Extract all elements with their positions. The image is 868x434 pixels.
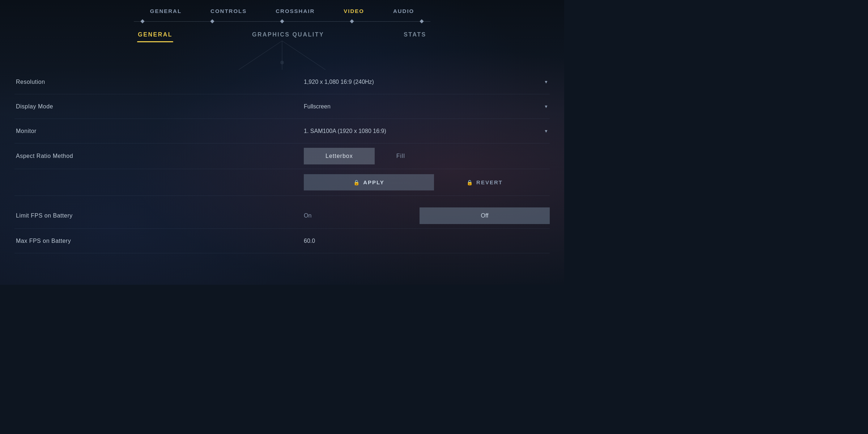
display-mode-label: Display Mode [14, 103, 304, 110]
revert-button[interactable]: 🔒 REVERT [441, 174, 528, 190]
sub-tab-stats[interactable]: STATS [404, 31, 426, 41]
diamond-video [350, 19, 354, 23]
nav-item-video[interactable]: VIDEO [344, 7, 364, 16]
monitor-label: Monitor [14, 128, 304, 134]
aspect-ratio-row: Aspect Ratio Method Letterbox Fill [14, 143, 550, 169]
deco-lines [0, 41, 564, 70]
fps-toggle-controls: Off [420, 207, 550, 224]
sub-tabs: GENERAL GRAPHICS QUALITY STATS [0, 31, 564, 41]
svg-line-2 [282, 41, 326, 70]
limit-fps-label: Limit FPS on Battery [14, 212, 304, 219]
max-fps-control: 60.0 [304, 238, 550, 244]
limit-fps-off-button[interactable]: Off [420, 207, 550, 224]
nav-item-crosshair[interactable]: CROSSHAIR [276, 7, 315, 16]
limit-fps-on-value: On [304, 212, 420, 219]
settings-area: Resolution 1,920 x 1,080 16:9 (240Hz) ▼ … [0, 70, 564, 253]
aspect-letterbox-button[interactable]: Letterbox [304, 148, 375, 164]
nav-line-decoration [0, 16, 564, 26]
top-nav: GENERAL CONTROLS CROSSHAIR VIDEO AUDIO [0, 0, 564, 16]
monitor-row: Monitor 1. SAM100A (1920 x 1080 16:9) ▼ [14, 119, 550, 143]
monitor-value: 1. SAM100A (1920 x 1080 16:9) [304, 128, 540, 134]
aspect-ratio-label: Aspect Ratio Method [14, 153, 304, 159]
sub-tab-graphics[interactable]: GRAPHICS QUALITY [252, 31, 324, 41]
aspect-ratio-control: Letterbox Fill [304, 148, 550, 164]
apply-lock-icon: 🔒 [353, 180, 360, 185]
apply-label: APPLY [363, 179, 384, 185]
limit-fps-control: On Off [304, 207, 550, 224]
max-fps-value: 60.0 [304, 238, 550, 244]
diamond-audio [420, 19, 424, 23]
display-mode-value: Fullscreen [304, 103, 540, 110]
nav-item-audio[interactable]: AUDIO [393, 7, 414, 16]
apply-button[interactable]: 🔒 APPLY [304, 174, 434, 190]
nav-item-general[interactable]: GENERAL [150, 7, 182, 16]
diamond-controls [210, 19, 214, 23]
resolution-control[interactable]: 1,920 x 1,080 16:9 (240Hz) ▼ [304, 78, 550, 86]
nav-item-controls[interactable]: CONTROLS [210, 7, 247, 16]
revert-label: REVERT [476, 179, 503, 185]
limit-fps-row: Limit FPS on Battery On Off [14, 203, 550, 229]
svg-point-4 [282, 62, 283, 63]
revert-lock-icon: 🔒 [467, 180, 473, 185]
monitor-control[interactable]: 1. SAM100A (1920 x 1080 16:9) ▼ [304, 128, 550, 135]
max-fps-row: Max FPS on Battery 60.0 [14, 229, 550, 253]
diamond-general [140, 19, 144, 23]
resolution-label: Resolution [14, 79, 304, 85]
max-fps-label: Max FPS on Battery [14, 238, 304, 244]
resolution-value: 1,920 x 1,080 16:9 (240Hz) [304, 79, 540, 85]
display-mode-control[interactable]: Fullscreen ▼ [304, 103, 550, 110]
display-mode-row: Display Mode Fullscreen ▼ [14, 94, 550, 119]
display-mode-dropdown-arrow[interactable]: ▼ [542, 103, 550, 110]
aspect-fill-button[interactable]: Fill [375, 148, 427, 164]
svg-line-0 [239, 41, 282, 70]
diamond-crosshair [280, 19, 284, 23]
sub-tab-general[interactable]: GENERAL [138, 31, 173, 41]
monitor-dropdown-arrow[interactable]: ▼ [542, 128, 550, 135]
action-row: 🔒 APPLY 🔒 REVERT [14, 169, 550, 196]
resolution-dropdown-arrow[interactable]: ▼ [542, 78, 550, 86]
resolution-row: Resolution 1,920 x 1,080 16:9 (240Hz) ▼ [14, 70, 550, 94]
